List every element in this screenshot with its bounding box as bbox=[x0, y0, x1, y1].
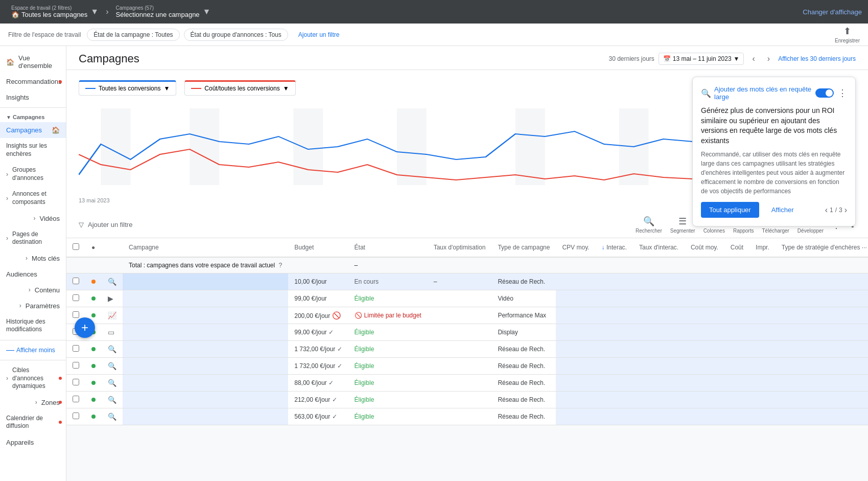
nav-separator: › bbox=[106, 7, 108, 16]
th-cout-moy[interactable]: Coût moy. bbox=[685, 238, 724, 257]
sidebar-collapse-btn[interactable]: — Afficher moins bbox=[0, 342, 66, 358]
row2-checkbox[interactable] bbox=[73, 294, 79, 301]
popup-nav-prev[interactable]: ‹ bbox=[825, 205, 828, 215]
sidebar-item-insights-encheres[interactable]: Insights sur les enchères bbox=[0, 138, 66, 162]
table-row: 🔍 1 732,00 €/jour ✓ Éligible Réseau de R… bbox=[66, 341, 868, 358]
sidebar-item-parametres[interactable]: › Paramètres bbox=[0, 298, 66, 314]
th-etat[interactable]: État bbox=[348, 238, 428, 257]
search-action-btn[interactable]: 🔍 Rechercher bbox=[636, 216, 662, 234]
th-type-campagne[interactable]: Type de campagne bbox=[491, 238, 556, 257]
sidebar-item-insights[interactable]: Insights bbox=[0, 89, 66, 105]
metric2-chevron: ▼ bbox=[283, 85, 289, 92]
row3-interactions-cell bbox=[596, 307, 633, 324]
filter-chip-campaign-state[interactable]: État de la campagne : Toutes bbox=[87, 29, 179, 41]
th-taux-optimisation[interactable]: Taux d'optimisation bbox=[428, 238, 492, 257]
metric-cost-btn[interactable]: Coût/toutes les conversions ▼ bbox=[184, 80, 295, 96]
sidebar-item-recommandations[interactable]: Recommandations bbox=[0, 74, 66, 89]
date-picker[interactable]: 📅 13 mai – 11 juin 2023 ▼ bbox=[659, 53, 744, 65]
row5-cout-moy-cell bbox=[685, 341, 724, 358]
total-help-icon: ? bbox=[279, 262, 283, 269]
date-next-button[interactable]: › bbox=[763, 52, 774, 65]
th-campagne[interactable]: Campagne bbox=[123, 238, 288, 257]
add-filter-button[interactable]: Ajouter un filtre bbox=[292, 29, 346, 40]
row2-taux-int-cell bbox=[633, 290, 685, 307]
table-filter-btn[interactable]: ▽ Ajouter un filtre bbox=[79, 221, 132, 228]
th-impr[interactable]: Impr. bbox=[749, 238, 776, 257]
total-taux-cell bbox=[428, 257, 492, 273]
row1-budget-cell: 10,00 €/jour bbox=[288, 273, 348, 290]
row8-interactions-cell bbox=[596, 392, 633, 408]
row8-status-cell bbox=[85, 392, 102, 408]
total-dot-cell bbox=[85, 257, 102, 273]
row1-cout-cell bbox=[724, 273, 749, 290]
row4-name-cell bbox=[123, 324, 288, 341]
sidebar-item-groupes-annonces[interactable]: › Groupes d'annonces bbox=[0, 162, 66, 186]
popup-apply-btn[interactable]: Tout appliquer bbox=[701, 202, 759, 218]
row1-checkbox-cell[interactable] bbox=[66, 273, 85, 290]
workspace-selector[interactable]: Espace de travail (2 filtres) 🏠Toutes le… bbox=[6, 3, 104, 20]
row1-checkbox[interactable] bbox=[73, 278, 79, 284]
sidebar-item-mots-cles[interactable]: › Mots clés bbox=[0, 250, 66, 266]
change-view-button[interactable]: Changer d'affichage bbox=[803, 8, 862, 16]
popup-nav-next[interactable]: › bbox=[844, 205, 847, 215]
limited-badge: 🚫 Limitée par le budget bbox=[355, 312, 421, 319]
save-button[interactable]: ⬆ Enregistrer bbox=[835, 26, 860, 43]
sidebar-item-historique[interactable]: Historique des modifications bbox=[0, 314, 66, 338]
row3-checkbox[interactable] bbox=[73, 311, 79, 318]
sidebar-item-contenu[interactable]: › Contenu bbox=[0, 282, 66, 298]
row8-checkbox[interactable] bbox=[73, 396, 79, 402]
row8-checkbox-cell[interactable] bbox=[66, 392, 85, 408]
row2-checkbox-cell[interactable] bbox=[66, 290, 85, 307]
th-interactions[interactable]: ↓ Interac. bbox=[596, 238, 633, 257]
row7-checkbox-cell[interactable] bbox=[66, 375, 85, 392]
row6-checkbox-cell[interactable] bbox=[66, 358, 85, 375]
row5-checkbox-cell[interactable] bbox=[66, 341, 85, 358]
th-taux-interactions[interactable]: Taux d'interac. bbox=[633, 238, 685, 257]
row9-checkbox-cell[interactable] bbox=[66, 408, 85, 425]
zones-dot bbox=[59, 401, 62, 404]
row8-type-cell: Réseau de Rech. bbox=[491, 392, 556, 408]
popup-toggle-switch[interactable] bbox=[815, 88, 834, 98]
date-prev-button[interactable]: ‹ bbox=[748, 52, 759, 65]
select-all-checkbox[interactable] bbox=[73, 243, 79, 250]
popup-title: Générez plus de conversions pour un ROI … bbox=[701, 106, 847, 146]
th-cout[interactable]: Coût bbox=[724, 238, 749, 257]
sidebar-item-pages-destination[interactable]: › Pages de destination bbox=[0, 226, 66, 250]
row6-type-cell: Réseau de Rech. bbox=[491, 358, 556, 375]
date-range-label: 30 derniers jours bbox=[608, 55, 654, 62]
sidebar-item-vue-ensemble[interactable]: 🏠 Vue d'ensemble bbox=[0, 50, 66, 74]
row3-campaign-icon: 📈 bbox=[108, 311, 116, 319]
popup-view-btn[interactable]: Afficher bbox=[763, 202, 802, 218]
sidebar-item-annonces-composants[interactable]: › Annonces et composants bbox=[0, 186, 66, 210]
row6-etat-cell: Éligible bbox=[348, 358, 428, 375]
sidebar-item-zones[interactable]: › Zones bbox=[0, 395, 66, 410]
sidebar-item-cibles-annonces[interactable]: › Cibles d'annonces dynamiques bbox=[0, 362, 66, 395]
row9-checkbox[interactable] bbox=[73, 413, 79, 419]
fab-add-button[interactable]: + bbox=[75, 317, 95, 338]
row5-type-cell: Réseau de Rech. bbox=[491, 341, 556, 358]
sidebar-divider-1 bbox=[0, 107, 66, 108]
view-30-days-link[interactable]: Afficher les 30 derniers jours bbox=[778, 55, 856, 62]
popup-more-btn[interactable]: ⋮ bbox=[838, 87, 847, 99]
row4-cout-moy-cell bbox=[685, 324, 724, 341]
sidebar-item-campagnes[interactable]: Campagnes 🏠 bbox=[0, 122, 66, 138]
row7-checkbox[interactable] bbox=[73, 379, 79, 385]
row9-status-cell bbox=[85, 408, 102, 425]
metric-conversions-btn[interactable]: Toutes les conversions ▼ bbox=[79, 80, 176, 96]
recommandations-dot bbox=[59, 80, 62, 83]
sidebar-item-videos[interactable]: › Vidéos bbox=[0, 211, 66, 226]
th-cpv-moy[interactable]: CPV moy. bbox=[556, 238, 595, 257]
campaign-selector[interactable]: Campagnes (57) Sélectionnez une campagne… bbox=[111, 3, 216, 20]
filter-chip-adgroup-state[interactable]: État du groupe d'annonces : Tous bbox=[184, 29, 288, 41]
row6-checkbox[interactable] bbox=[73, 362, 79, 369]
row5-checkbox[interactable] bbox=[73, 345, 79, 352]
row7-type-cell: Réseau de Rech. bbox=[491, 375, 556, 392]
sidebar-item-calendrier[interactable]: Calendrier de diffusion bbox=[0, 410, 66, 434]
sidebar-item-appareils[interactable]: Appareils bbox=[0, 434, 66, 450]
th-type-strategie[interactable]: Type de stratégie d'enchères ··· bbox=[776, 238, 868, 257]
segment-action-btn[interactable]: ☰ Segmenter bbox=[670, 216, 695, 234]
sidebar-item-audiences[interactable]: Audiences bbox=[0, 266, 66, 282]
row5-name-cell bbox=[123, 341, 288, 358]
row7-cpv-cell bbox=[556, 375, 595, 392]
th-budget[interactable]: Budget bbox=[288, 238, 348, 257]
